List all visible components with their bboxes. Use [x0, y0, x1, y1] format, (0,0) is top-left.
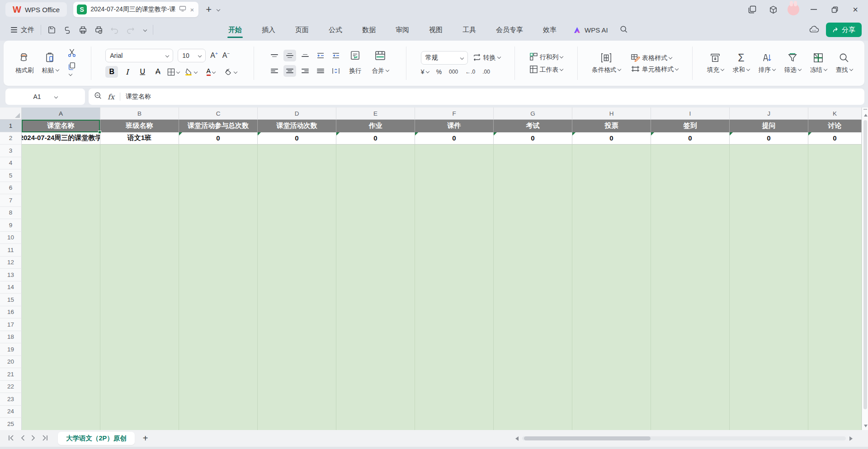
- cell-I22[interactable]: [651, 381, 730, 393]
- cell-G11[interactable]: [494, 244, 572, 257]
- cell-E1[interactable]: 作业: [336, 120, 415, 132]
- cell-D2[interactable]: 0: [258, 132, 336, 145]
- cell-J25[interactable]: [730, 418, 808, 430]
- cell-A17[interactable]: [22, 318, 100, 331]
- scroll-down-arrow-icon[interactable]: [864, 425, 868, 427]
- column-header-C[interactable]: C: [179, 108, 258, 120]
- row-header-8[interactable]: 8: [0, 207, 22, 220]
- row-header-5[interactable]: 5: [0, 169, 22, 182]
- cell-C3[interactable]: [179, 145, 258, 157]
- cell-G14[interactable]: [494, 281, 572, 294]
- cell-B4[interactable]: [100, 157, 179, 170]
- minimize-button[interactable]: [805, 2, 823, 17]
- sum-button[interactable]: Σ 求和: [733, 52, 750, 74]
- cell-G25[interactable]: [494, 418, 572, 430]
- cell-K25[interactable]: [808, 418, 862, 430]
- cell-J7[interactable]: [730, 194, 808, 207]
- cell-C23[interactable]: [179, 393, 258, 406]
- cell-D17[interactable]: [258, 318, 336, 331]
- cell-J11[interactable]: [730, 244, 808, 257]
- clear-format-button[interactable]: [222, 66, 239, 78]
- cut-button[interactable]: [67, 48, 77, 57]
- cell-B11[interactable]: [100, 244, 179, 257]
- formula-bar[interactable]: fx 课堂名称: [89, 89, 864, 105]
- cell-C18[interactable]: [179, 331, 258, 344]
- export-icon[interactable]: [63, 26, 71, 34]
- print-icon[interactable]: [79, 26, 87, 34]
- cell-I1[interactable]: 签到: [651, 120, 730, 132]
- cell-H6[interactable]: [572, 182, 651, 195]
- cell-I13[interactable]: [651, 269, 730, 281]
- cell-A25[interactable]: [22, 418, 100, 430]
- cell-H13[interactable]: [572, 269, 651, 281]
- select-all-corner[interactable]: [0, 108, 22, 120]
- scroll-left-arrow-icon[interactable]: [515, 436, 519, 441]
- row-header-6[interactable]: 6: [0, 182, 22, 195]
- cell-E23[interactable]: [336, 393, 415, 406]
- cell-H3[interactable]: [572, 145, 651, 157]
- cell-H14[interactable]: [572, 281, 651, 294]
- cell-D16[interactable]: [258, 306, 336, 319]
- worksheet-button[interactable]: 工作表: [529, 65, 563, 74]
- rows-columns-button[interactable]: 行和列: [529, 52, 563, 61]
- user-avatar[interactable]: [788, 4, 799, 15]
- cell-B12[interactable]: [100, 257, 179, 269]
- cell-E3[interactable]: [336, 145, 415, 157]
- cell-I2[interactable]: 0: [651, 132, 730, 145]
- cell-J15[interactable]: [730, 294, 808, 306]
- cell-I10[interactable]: [651, 232, 730, 244]
- cell-H4[interactable]: [572, 157, 651, 170]
- cell-E8[interactable]: [336, 207, 415, 220]
- cell-C12[interactable]: [179, 257, 258, 269]
- cell-F14[interactable]: [415, 281, 494, 294]
- cell-B16[interactable]: [100, 306, 179, 319]
- cell-B23[interactable]: [100, 393, 179, 406]
- justify-icon[interactable]: [314, 65, 327, 77]
- cell-D5[interactable]: [258, 169, 336, 182]
- cell-D12[interactable]: [258, 257, 336, 269]
- cell-F22[interactable]: [415, 381, 494, 393]
- cell-G6[interactable]: [494, 182, 572, 195]
- cell-J3[interactable]: [730, 145, 808, 157]
- cell-J24[interactable]: [730, 406, 808, 418]
- row-header-14[interactable]: 14: [0, 281, 22, 294]
- prev-sheet-icon[interactable]: [21, 435, 25, 443]
- cell-I17[interactable]: [651, 318, 730, 331]
- cell-F5[interactable]: [415, 169, 494, 182]
- last-sheet-icon[interactable]: [42, 435, 48, 443]
- menu-tab-6[interactable]: 视图: [428, 21, 443, 39]
- cell-D21[interactable]: [258, 368, 336, 381]
- bold-button[interactable]: B: [105, 66, 118, 78]
- print-preview-icon[interactable]: [94, 26, 103, 34]
- cell-G16[interactable]: [494, 306, 572, 319]
- cell-G10[interactable]: [494, 232, 572, 244]
- row-header-10[interactable]: 10: [0, 232, 22, 244]
- row-header-12[interactable]: 12: [0, 257, 22, 269]
- cell-I8[interactable]: [651, 207, 730, 220]
- cell-F10[interactable]: [415, 232, 494, 244]
- font-size-select[interactable]: 10: [178, 49, 206, 62]
- cell-C6[interactable]: [179, 182, 258, 195]
- cell-H8[interactable]: [572, 207, 651, 220]
- cell-J22[interactable]: [730, 381, 808, 393]
- cell-B24[interactable]: [100, 406, 179, 418]
- row-header-23[interactable]: 23: [0, 393, 22, 406]
- wps-office-app-button[interactable]: W WPS Office: [5, 2, 67, 17]
- cell-F9[interactable]: [415, 219, 494, 232]
- menu-tab-4[interactable]: 数据: [361, 21, 377, 39]
- cell-I16[interactable]: [651, 306, 730, 319]
- fill-button[interactable]: 填充: [707, 52, 724, 74]
- cell-I19[interactable]: [651, 343, 730, 356]
- cell-J21[interactable]: [730, 368, 808, 381]
- align-right-icon[interactable]: [299, 65, 311, 77]
- increase-decimal-button[interactable]: .00: [482, 69, 490, 75]
- vertical-scroll-thumb[interactable]: [863, 120, 867, 409]
- decrease-decimal-button[interactable]: ←.0: [465, 69, 475, 75]
- cell-K18[interactable]: [808, 331, 862, 344]
- cell-F8[interactable]: [415, 207, 494, 220]
- cell-G18[interactable]: [494, 331, 572, 344]
- cell-A2[interactable]: 2024-07-24周三的课堂教学: [22, 132, 100, 145]
- column-header-H[interactable]: H: [572, 108, 651, 120]
- cell-K16[interactable]: [808, 306, 862, 319]
- cell-G13[interactable]: [494, 269, 572, 281]
